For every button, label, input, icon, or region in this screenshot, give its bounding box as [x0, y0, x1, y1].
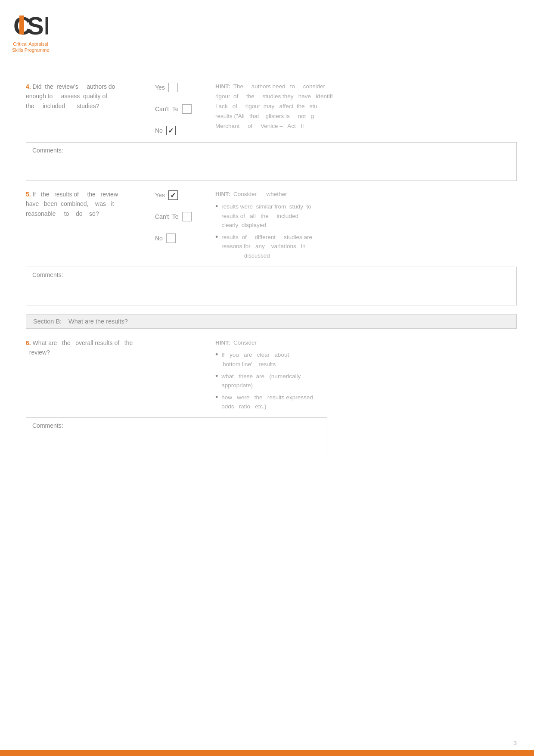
q4-cant-tell-label: Can't Te	[155, 106, 179, 112]
bullet-icon-1: •	[215, 202, 218, 212]
question-4-hint: HINT: The authors need to consider rigou…	[215, 82, 517, 131]
question-4-block: 4. Did the review's authors do enough to…	[26, 82, 517, 138]
section-b-header: Section B: What are the results?	[26, 314, 517, 329]
q4-yes-label: Yes	[155, 84, 165, 91]
q6-bullet-3: • how were the results expressed odds ra…	[215, 393, 517, 411]
q5-number: 5.	[26, 191, 31, 198]
question-5-text: 5. If the results of the review have bee…	[26, 190, 146, 218]
q5-cant-tell-label: Can't Te	[155, 213, 179, 220]
q5-yes-checkbox[interactable]	[168, 190, 178, 200]
footer-bar	[0, 750, 534, 756]
question-4-text: 4. Did the review's authors do enough to…	[26, 82, 146, 111]
q5-hint-label: HINT:	[215, 191, 230, 197]
bullet-icon-3: •	[215, 350, 218, 360]
section-b-label: Section B:	[33, 318, 62, 325]
q5-no-option[interactable]: No	[155, 233, 207, 243]
svg-text:SP: SP	[27, 12, 48, 38]
q6-comments-label: Comments:	[32, 422, 321, 429]
question-5-hint: HINT: Consider whether • results were si…	[215, 190, 517, 262]
q5-cant-tell-checkbox[interactable]	[182, 212, 192, 221]
bullet-icon-4: •	[215, 372, 218, 381]
section-b-text: What are the results?	[68, 318, 128, 325]
q5-no-label: No	[155, 235, 163, 242]
q5-no-checkbox[interactable]	[166, 233, 176, 243]
q6-bullet-1: • If you are clear about 'bottom line' r…	[215, 350, 517, 369]
question-6-answers	[155, 338, 207, 339]
question-5-block: 5. If the results of the review have bee…	[26, 190, 517, 262]
q4-cant-tell-option[interactable]: Can't Te	[155, 104, 207, 114]
q6-hint-label: HINT:	[215, 339, 230, 346]
q6-number: 6.	[26, 339, 31, 346]
q4-no-option[interactable]: No	[155, 126, 207, 135]
q5-bullet-2: • results of different studies are reaso…	[215, 233, 517, 261]
question-6-text: 6. What are the overall results of the r…	[26, 338, 146, 358]
question-6-hint: HINT: Consider • If you are clear about …	[215, 338, 517, 414]
q5-yes-option[interactable]: Yes	[155, 190, 207, 200]
q5-bullet-1: • results were similar from study to res…	[215, 202, 517, 230]
question-5-answers: Yes Can't Te No	[155, 190, 207, 246]
q4-yes-option[interactable]: Yes	[155, 83, 207, 92]
q4-comments-label: Comments:	[32, 147, 510, 154]
q4-cant-tell-checkbox[interactable]	[182, 104, 192, 114]
q4-hint-text: The authors need to consider rigour of t…	[215, 83, 332, 129]
question-4-comments-box[interactable]: Comments:	[26, 142, 517, 181]
casp-logo-svg: C SP	[13, 12, 48, 38]
q4-no-checkbox[interactable]	[166, 126, 176, 135]
q4-number: 4.	[26, 83, 31, 90]
q4-hint-label: HINT:	[215, 83, 230, 90]
bullet-icon-5: •	[215, 393, 218, 402]
q4-no-label: No	[155, 127, 163, 134]
page-number: 3	[513, 740, 517, 747]
q6-hint-bullets: • If you are clear about 'bottom line' r…	[215, 350, 517, 411]
question-6-comments-box[interactable]: Comments:	[26, 417, 327, 456]
logo-subtitle: Critical Appraisal Skills Programme	[12, 41, 49, 53]
question-5-comments-box[interactable]: Comments:	[26, 267, 517, 305]
q6-bullet-2: • what these are (numerically appropriat…	[215, 372, 517, 390]
q5-comments-label: Comments:	[32, 271, 510, 278]
question-6-block: 6. What are the overall results of the r…	[26, 338, 517, 414]
q5-yes-label: Yes	[155, 192, 165, 199]
q5-hint-bullets: • results were similar from study to res…	[215, 202, 517, 261]
main-content: 4. Did the review's authors do enough to…	[26, 82, 517, 456]
question-4-answers: Yes Can't Te No	[155, 82, 207, 138]
q4-yes-checkbox[interactable]	[168, 83, 178, 92]
logo-area: C SP Critical Appraisal Skills Programme	[12, 12, 49, 53]
svg-rect-1	[19, 16, 24, 34]
q5-cant-tell-option[interactable]: Can't Te	[155, 212, 207, 221]
bullet-icon-2: •	[215, 233, 218, 242]
